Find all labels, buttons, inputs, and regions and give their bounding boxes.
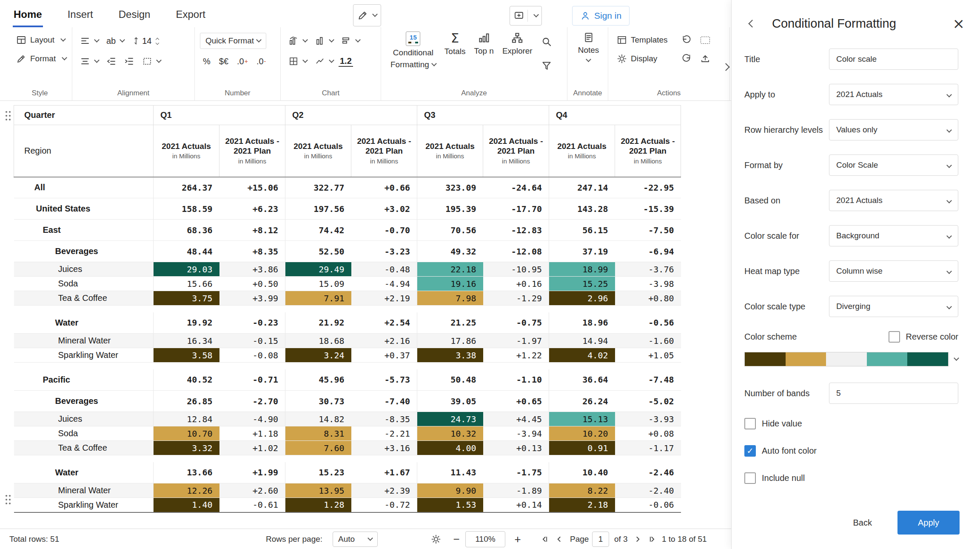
cell[interactable]: 15.23 (285, 462, 351, 483)
cell[interactable]: +15.06 (219, 177, 285, 198)
measure-header[interactable]: 2021 Actuals - 2021 Planin Millions (351, 125, 417, 177)
redo-button[interactable] (679, 50, 694, 67)
cell[interactable]: +0.50 (219, 277, 285, 291)
display-button[interactable]: Display (613, 49, 671, 68)
cell[interactable]: 26.24 (549, 391, 615, 412)
cell[interactable]: -0.48 (351, 262, 417, 277)
cell[interactable]: -3.93 (615, 412, 681, 426)
cell[interactable]: 22.18 (417, 262, 483, 277)
cell[interactable]: 37.19 (549, 241, 615, 262)
row-label[interactable]: Pacific (14, 369, 154, 391)
cell[interactable]: 16.34 (154, 334, 219, 348)
cell[interactable]: +2.39 (351, 483, 417, 498)
cell[interactable]: 197.56 (285, 198, 351, 220)
cell[interactable]: 264.37 (154, 177, 219, 198)
cell[interactable]: +0.66 (351, 177, 417, 198)
cell[interactable]: 50.48 (417, 369, 483, 391)
cell[interactable]: 19.92 (154, 312, 219, 334)
row-label[interactable]: Tea & Coffee (14, 291, 154, 306)
cell[interactable]: -1.60 (615, 334, 681, 348)
quarter-header-q4[interactable]: Q4 (549, 106, 681, 125)
input-title[interactable]: Color scale (829, 49, 958, 70)
vertical-align-button[interactable] (77, 53, 101, 70)
pen-tool-button[interactable] (353, 4, 381, 26)
cell[interactable]: +0.37 (351, 348, 417, 363)
quarter-header-q2[interactable]: Q2 (285, 106, 417, 125)
select-apply-to[interactable]: 2021 Actuals (829, 84, 958, 105)
cell[interactable]: 9.90 (417, 483, 483, 498)
cell[interactable]: -1.10 (483, 369, 549, 391)
row-label[interactable]: All (14, 177, 154, 198)
reverse-color-checkbox[interactable]: Reverse color (889, 331, 958, 343)
cell[interactable]: 74.42 (285, 220, 351, 241)
cell[interactable]: +0.16 (483, 277, 549, 291)
page-input[interactable]: 1 (592, 532, 609, 547)
cell[interactable]: +0.14 (483, 498, 549, 512)
cell[interactable]: -17.70 (483, 198, 549, 220)
row-label[interactable]: Juices (14, 262, 154, 277)
row-label[interactable]: Juices (14, 412, 154, 426)
row-label[interactable]: Tea & Coffee (14, 441, 154, 455)
cell[interactable]: 14.82 (285, 412, 351, 426)
cell[interactable]: -5.73 (351, 369, 417, 391)
cell[interactable]: 70.56 (417, 220, 483, 241)
cell[interactable]: +3.99 (219, 291, 285, 306)
cell[interactable]: 12.84 (154, 412, 219, 426)
currency-format-button[interactable]: $€ (216, 53, 231, 69)
cell[interactable]: +2.16 (351, 334, 417, 348)
tab-export[interactable]: Export (175, 4, 206, 27)
cell[interactable]: +0.80 (615, 291, 681, 306)
cell[interactable]: +3.16 (351, 441, 417, 455)
first-page-button[interactable] (539, 534, 550, 545)
cell[interactable]: 24.73 (417, 412, 483, 426)
checkbox-include-null[interactable]: Include null (744, 472, 958, 484)
cell[interactable]: 48.44 (154, 241, 219, 262)
row-label[interactable]: Mineral Water (14, 334, 154, 348)
templates-button[interactable]: Templates (613, 31, 671, 49)
cell[interactable]: +8.12 (219, 220, 285, 241)
cell[interactable]: -0.71 (219, 369, 285, 391)
zoom-out-button[interactable]: − (451, 534, 462, 545)
measure-header[interactable]: 2021 Actualsin Millions (285, 125, 351, 177)
cell[interactable]: +4.45 (483, 412, 549, 426)
filter-button[interactable] (538, 57, 555, 74)
cell[interactable]: -0.08 (219, 348, 285, 363)
cell[interactable]: 8.31 (285, 426, 351, 441)
cell[interactable]: 1.53 (417, 498, 483, 512)
measure-header[interactable]: 2021 Actuals - 2021 Planin Millions (219, 125, 285, 177)
font-size-stepper[interactable]: 14 (129, 32, 161, 49)
add-comment-button[interactable] (510, 6, 542, 26)
marquee-select-button[interactable] (698, 31, 712, 49)
decrease-decimal-button[interactable]: .0- (254, 53, 269, 69)
cell[interactable]: +1.22 (483, 348, 549, 363)
row-label[interactable]: Water (14, 312, 154, 334)
cell[interactable]: -0.72 (351, 498, 417, 512)
cell[interactable]: 2.96 (549, 291, 615, 306)
cell[interactable]: 1.28 (285, 498, 351, 512)
next-page-button[interactable] (632, 534, 643, 545)
cell[interactable]: -3.76 (615, 262, 681, 277)
horizontal-align-button[interactable] (77, 32, 101, 49)
cell[interactable]: 49.32 (417, 241, 483, 262)
cell[interactable]: 21.92 (285, 312, 351, 334)
column-chart-button[interactable] (312, 32, 336, 49)
cell[interactable]: 11.43 (417, 462, 483, 483)
cell[interactable]: 18.96 (549, 312, 615, 334)
cell[interactable]: -3.98 (615, 277, 681, 291)
cell[interactable]: 0.91 (549, 441, 615, 455)
cell[interactable]: +2.54 (351, 312, 417, 334)
cell[interactable]: 36.64 (549, 369, 615, 391)
cell[interactable]: -0.15 (219, 334, 285, 348)
cell[interactable]: 7.91 (285, 291, 351, 306)
cell[interactable]: 3.75 (154, 291, 219, 306)
cell[interactable]: +1.67 (351, 462, 417, 483)
publish-button[interactable] (698, 50, 713, 67)
cell[interactable]: 3.24 (285, 348, 351, 363)
cell[interactable]: -4.90 (219, 412, 285, 426)
cell[interactable]: 15.09 (285, 277, 351, 291)
cell[interactable]: 52.50 (285, 241, 351, 262)
cell[interactable]: -12.83 (483, 220, 549, 241)
number-of-bands-input[interactable]: 5 (829, 383, 958, 404)
cell[interactable]: 195.39 (417, 198, 483, 220)
cell[interactable]: 68.36 (154, 220, 219, 241)
